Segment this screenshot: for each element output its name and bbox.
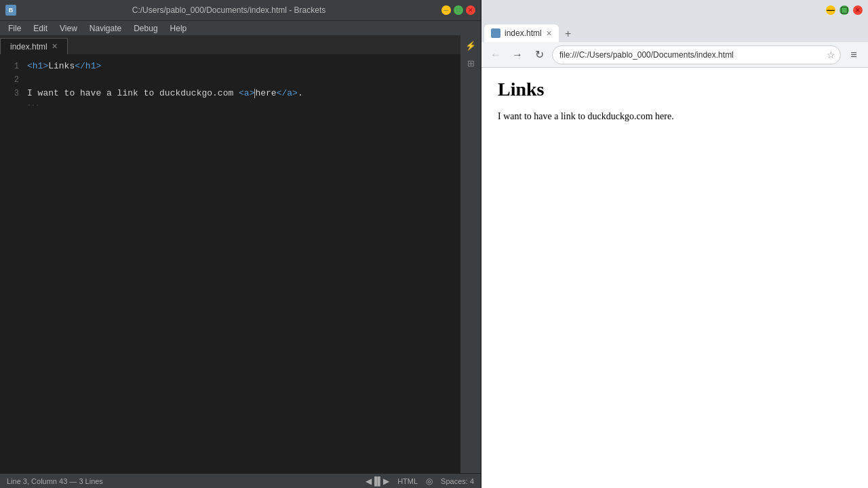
line-code-2	[27, 73, 460, 87]
editor-tab-index[interactable]: index.html ✕	[0, 38, 68, 54]
line-num-3: 3	[0, 87, 27, 100]
browser-tab-favicon	[491, 28, 500, 38]
tab-bar: index.html ✕	[0, 35, 460, 54]
minimize-button[interactable]: ─	[441, 5, 451, 15]
status-right: ◀▐▌▶ HTML ◎ Spaces: 4	[366, 476, 474, 486]
sidebar-extract-icon[interactable]: ⊞	[463, 56, 478, 70]
editor-title-controls: ─ □ ✕	[441, 5, 475, 15]
menu-file[interactable]: File	[3, 22, 26, 35]
status-position: Line 3, Column 43 — 3 Lines	[7, 477, 103, 485]
sidebar-live-preview-icon[interactable]: ⚡	[463, 38, 478, 53]
line-code-1: <h1>Links</h1>	[27, 60, 460, 73]
menu-navigate[interactable]: Navigate	[84, 22, 127, 35]
status-spinner-icon: ◎	[426, 476, 433, 486]
forward-button[interactable]: →	[509, 46, 526, 64]
editor-window: B C:/Users/pablo_000/Documents/index.htm…	[0, 0, 481, 488]
browser-content: Links I want to have a link to duckduckg…	[481, 68, 868, 488]
status-language[interactable]: HTML	[397, 477, 418, 485]
maximize-button[interactable]: □	[454, 5, 463, 15]
bookmark-icon[interactable]: ☆	[827, 49, 835, 60]
browser-menu-button[interactable]: ≡	[845, 46, 863, 64]
tab-close-icon[interactable]: ✕	[52, 42, 58, 51]
code-area[interactable]: index.html ✕ 1 <h1>Links</h1> 2	[0, 35, 460, 473]
browser-tabbar: index.html ✕ +	[481, 20, 868, 42]
browser-titlebar: ─ □ ✕	[481, 0, 868, 20]
browser-toolbar: ← → ↻ ☆ ≡	[481, 42, 868, 68]
editor-titlebar: B C:/Users/pablo_000/Documents/index.htm…	[0, 0, 481, 20]
line-code-hint: ···	[27, 100, 460, 110]
preview-body: I want to have a link to duckduckgo.com …	[498, 111, 852, 122]
browser-tab-label: index.html	[505, 28, 542, 38]
close-button[interactable]: ✕	[466, 5, 475, 15]
browser-minimize-button[interactable]: ─	[826, 5, 835, 15]
browser-maximize-button[interactable]: □	[840, 5, 849, 15]
editor-menubar: File Edit View Navigate Debug Help	[0, 20, 481, 35]
line-num-1: 1	[0, 60, 27, 73]
line-num-2: 2	[0, 74, 27, 86]
tab-label: index.html	[10, 42, 47, 52]
code-line-2: 2	[0, 73, 460, 87]
code-line-3: 3 I want to have a link to duckduckgo.co…	[0, 87, 460, 100]
browser-close-button[interactable]: ✕	[853, 5, 863, 15]
status-spaces[interactable]: Spaces: 4	[441, 477, 474, 485]
editor-title: C:/Users/pablo_000/Documents/index.html …	[16, 5, 441, 15]
preview-heading: Links	[498, 79, 852, 100]
code-line-hint: ···	[0, 100, 460, 114]
menu-edit[interactable]: Edit	[28, 22, 53, 35]
new-tab-button[interactable]: +	[560, 26, 576, 42]
editor-icon-sidebar: ⚡ ⊞	[460, 35, 481, 473]
line-code-3: I want to have a link to duckduckgo.com …	[27, 87, 460, 100]
menu-view[interactable]: View	[54, 22, 83, 35]
code-line-1: 1 <h1>Links</h1>	[0, 60, 460, 73]
status-progress-icon: ◀▐▌▶	[366, 476, 389, 486]
menu-help[interactable]: Help	[165, 22, 193, 35]
brackets-icon: B	[5, 5, 16, 16]
back-button[interactable]: ←	[487, 46, 505, 64]
menu-debug[interactable]: Debug	[128, 22, 163, 35]
address-bar-container: ☆	[552, 45, 841, 64]
browser-tab-index[interactable]: index.html ✕	[484, 24, 559, 42]
browser-window: ─ □ ✕ index.html ✕ + ← → ↻ ☆ ≡ Links I w…	[481, 0, 868, 488]
status-bar: Line 3, Column 43 — 3 Lines ◀▐▌▶ HTML ◎ …	[0, 473, 481, 488]
editor-body: index.html ✕ 1 <h1>Links</h1> 2	[0, 35, 481, 473]
refresh-button[interactable]: ↻	[530, 46, 548, 64]
address-bar[interactable]	[552, 45, 841, 64]
code-content[interactable]: 1 <h1>Links</h1> 2 3 I want to have a li…	[0, 54, 460, 473]
browser-tab-close-icon[interactable]: ✕	[546, 29, 552, 38]
